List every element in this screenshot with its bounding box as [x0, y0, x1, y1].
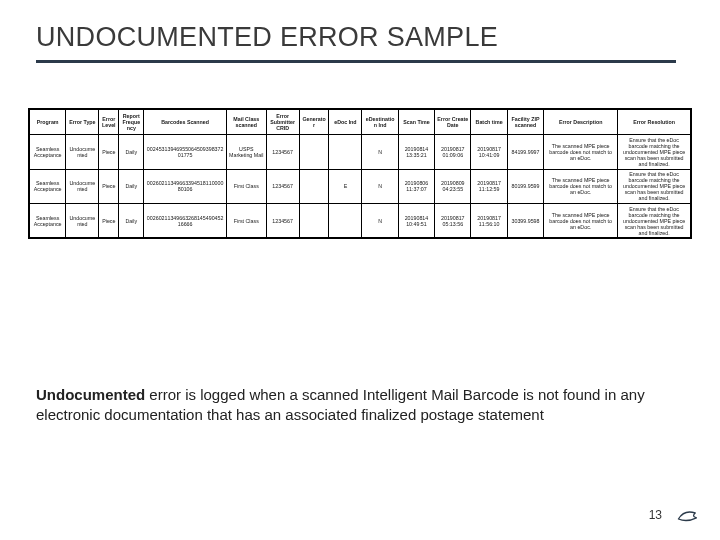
cell-crid: 1234567 — [266, 169, 299, 203]
th-scan-time: Scan Time — [398, 110, 434, 135]
cell-zip: 30399.9598 — [507, 204, 543, 238]
cell-mclass: First Class — [226, 204, 266, 238]
cell-edest: N — [362, 135, 398, 169]
cell-edoc — [329, 135, 362, 169]
th-error-type: Error Type — [66, 110, 99, 135]
cell-mclass: First Class — [226, 169, 266, 203]
cell-desc: The scanned MPE piece barcode does not m… — [544, 135, 618, 169]
th-program: Program — [30, 110, 66, 135]
caption-bold: Undocumented — [36, 386, 145, 403]
cell-edate: 20190817 05:13:56 — [435, 204, 471, 238]
cell-zip: 84199.9997 — [507, 135, 543, 169]
th-generator: Generator — [299, 110, 329, 135]
cell-edest: N — [362, 204, 398, 238]
cell-desc: The scanned MPE piece barcode does not m… — [544, 169, 618, 203]
eagle-logo-icon — [676, 506, 700, 526]
cell-crid: 1234567 — [266, 204, 299, 238]
data-table: Program Error Type Error Level Report Fr… — [29, 109, 691, 238]
caption: Undocumented error is logged when a scan… — [36, 385, 670, 426]
table-row: Seamless Acceptance Undocumented Piece D… — [30, 169, 691, 203]
cell-gen — [299, 204, 329, 238]
th-facility-zip: Facility ZIP scanned — [507, 110, 543, 135]
cell-zip: 80199.9599 — [507, 169, 543, 203]
cell-stime: 20190814 10:49:51 — [398, 204, 434, 238]
th-error-date: Error Create Date — [435, 110, 471, 135]
cell-etype: Undocumented — [66, 204, 99, 238]
cell-barcode: 0024531394695506450939837201775 — [144, 135, 227, 169]
cell-etype: Undocumented — [66, 169, 99, 203]
cell-btime: 20190817 11:56:10 — [471, 204, 507, 238]
th-batch-time: Batch time — [471, 110, 507, 135]
cell-edate: 20190809 04:23:55 — [435, 169, 471, 203]
cell-program: Seamless Acceptance — [30, 135, 66, 169]
cell-program: Seamless Acceptance — [30, 204, 66, 238]
cell-etype: Undocumented — [66, 135, 99, 169]
cell-gen — [299, 135, 329, 169]
th-edest-ind: eDestination Ind — [362, 110, 398, 135]
table-row: Seamless Acceptance Undocumented Piece D… — [30, 135, 691, 169]
cell-res: Ensure that the eDoc barcode matching th… — [618, 135, 691, 169]
cell-program: Seamless Acceptance — [30, 169, 66, 203]
cell-edoc — [329, 204, 362, 238]
cell-barcode: 0026021134966339451811000080106 — [144, 169, 227, 203]
page-title: UNDOCUMENTED ERROR SAMPLE — [36, 22, 498, 53]
cell-res: Ensure that the eDoc barcode matching th… — [618, 169, 691, 203]
th-error-desc: Error Description — [544, 110, 618, 135]
cell-res: Ensure that the eDoc barcode matching th… — [618, 204, 691, 238]
table-row: Seamless Acceptance Undocumented Piece D… — [30, 204, 691, 238]
cell-desc: The scanned MPE piece barcode does not m… — [544, 204, 618, 238]
cell-btime: 20190817 10:41:09 — [471, 135, 507, 169]
th-barcodes: Barcodes Scanned — [144, 110, 227, 135]
cell-freq: Daily — [119, 169, 144, 203]
cell-btime: 20190817 11:12:59 — [471, 169, 507, 203]
cell-stime: 20190806 11:37:07 — [398, 169, 434, 203]
table-header-row: Program Error Type Error Level Report Fr… — [30, 110, 691, 135]
cell-crid: 1234567 — [266, 135, 299, 169]
cell-freq: Daily — [119, 204, 144, 238]
th-frequency: Report Frequency — [119, 110, 144, 135]
th-error-res: Error Resolution — [618, 110, 691, 135]
cell-barcode: 0026021134966326814549045216666 — [144, 204, 227, 238]
cell-freq: Daily — [119, 135, 144, 169]
th-mail-class: Mail Class scanned — [226, 110, 266, 135]
th-crid: Error Submitter CRID — [266, 110, 299, 135]
cell-level: Piece — [99, 169, 119, 203]
cell-mclass: USPS Marketing Mail — [226, 135, 266, 169]
title-underline — [36, 60, 676, 63]
error-sample-table: Program Error Type Error Level Report Fr… — [28, 108, 692, 239]
cell-stime: 20190814 13:35:21 — [398, 135, 434, 169]
cell-edate: 20190817 01:09:06 — [435, 135, 471, 169]
slide: UNDOCUMENTED ERROR SAMPLE Program Error … — [0, 0, 720, 540]
cell-edoc: E — [329, 169, 362, 203]
cell-edest: N — [362, 169, 398, 203]
cell-level: Piece — [99, 204, 119, 238]
th-edoc-ind: eDoc Ind — [329, 110, 362, 135]
page-number: 13 — [649, 508, 662, 522]
th-error-level: Error Level — [99, 110, 119, 135]
cell-gen — [299, 169, 329, 203]
cell-level: Piece — [99, 135, 119, 169]
